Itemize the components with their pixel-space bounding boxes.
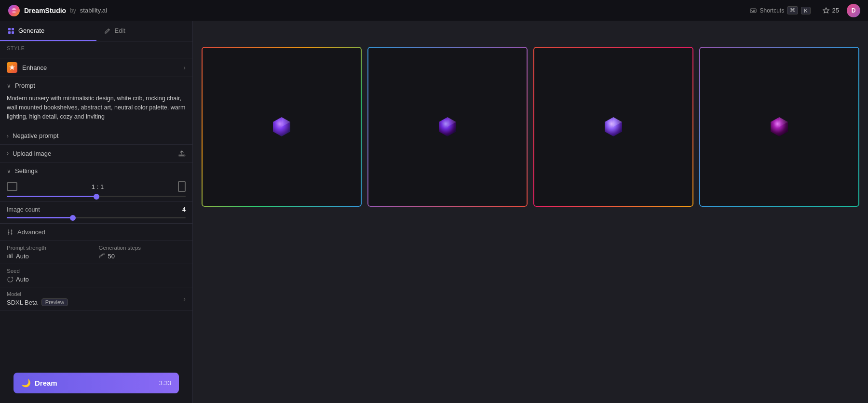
svg-rect-23 xyxy=(12,254,13,258)
dream-button-container: 🌙 Dream 3.33 xyxy=(0,363,192,403)
shortcuts-button[interactable]: Shortcuts ⌘ K xyxy=(746,4,814,16)
kbd-cmd: ⌘ xyxy=(787,6,798,14)
upload-chevron: › xyxy=(7,150,9,157)
model-selector[interactable]: Model SDXL Beta Preview › xyxy=(0,287,192,310)
neg-prompt-chevron: › xyxy=(7,133,9,139)
generation-steps-value: 50 xyxy=(99,253,186,260)
svg-marker-28 xyxy=(448,117,456,127)
generation-steps-item: Generation steps 50 xyxy=(99,245,186,260)
user-avatar[interactable]: D xyxy=(847,4,860,17)
svg-point-13 xyxy=(11,230,13,231)
model-badge: Preview xyxy=(41,298,68,306)
strength-steps-row: Prompt strength Auto Generation steps xyxy=(0,241,192,264)
prompt-label: Prompt xyxy=(15,82,35,89)
moon-icon: 🌙 xyxy=(21,378,31,388)
prompt-strength-value: Auto xyxy=(7,253,94,260)
aspect-ratio-section: 1 : 1 xyxy=(0,177,192,202)
svg-rect-20 xyxy=(7,255,8,258)
svg-rect-10 xyxy=(12,31,14,34)
svg-rect-3 xyxy=(753,10,754,11)
prompt-strength-item: Prompt strength Auto xyxy=(7,245,94,260)
svg-marker-33 xyxy=(771,117,788,136)
generated-image-3[interactable] xyxy=(534,48,692,206)
svg-marker-29 xyxy=(439,117,448,127)
ratio-label: 1 : 1 xyxy=(92,183,104,190)
prompt-chevron: ∨ xyxy=(7,82,11,89)
ratio-controls: 1 : 1 xyxy=(7,181,186,192)
steps-icon xyxy=(99,253,106,260)
tab-edit[interactable]: Edit xyxy=(96,21,193,41)
svg-rect-5 xyxy=(752,11,755,12)
style-chevron: › xyxy=(183,64,186,71)
advanced-icon xyxy=(7,229,14,236)
generate-tab-label: Generate xyxy=(18,27,44,34)
seed-val: Auto xyxy=(16,276,29,283)
aspect-ratio-thumb[interactable] xyxy=(94,194,99,200)
gem-orb-4 xyxy=(767,114,792,139)
svg-rect-22 xyxy=(10,255,11,258)
svg-rect-9 xyxy=(8,31,11,34)
image-count-thumb[interactable] xyxy=(70,215,76,221)
aspect-ratio-fill xyxy=(7,196,96,197)
style-enhance-label: Enhance xyxy=(22,64,47,71)
count-header: Image count 4 xyxy=(7,206,186,213)
gem-orb-1 xyxy=(269,114,294,139)
negative-prompt-header[interactable]: › Negative prompt xyxy=(0,127,192,145)
seed-icon xyxy=(7,276,14,283)
app-header: DreamStudio by stability.ai Shortcuts ⌘ … xyxy=(0,0,868,21)
style-enhance-left: Enhance xyxy=(7,62,47,73)
stability-brand: stability.ai xyxy=(80,7,107,14)
dream-button[interactable]: 🌙 Dream 3.33 xyxy=(14,373,179,393)
upload-icon xyxy=(178,149,186,157)
model-chevron: › xyxy=(183,295,186,303)
svg-rect-7 xyxy=(8,28,11,30)
settings-label: Settings xyxy=(15,167,38,175)
style-left: Style xyxy=(7,45,25,54)
model-name: SDXL Beta xyxy=(7,299,38,306)
style-enhance-row[interactable]: Enhance › xyxy=(0,58,192,77)
generated-image-4[interactable] xyxy=(700,48,858,206)
tab-generate[interactable]: Generate xyxy=(0,21,96,41)
image-count-section: Image count 4 xyxy=(0,202,192,224)
negative-prompt-label: Negative prompt xyxy=(13,132,58,139)
header-right: Shortcuts ⌘ K 25 D xyxy=(746,4,860,17)
settings-header[interactable]: ∨ Settings xyxy=(0,162,192,177)
main-layout: Generate Edit Style xyxy=(0,21,868,403)
count-value: 4 xyxy=(182,206,186,213)
dream-label: Dream xyxy=(35,379,57,387)
prompt-text[interactable]: Modern nursery with minimalistic design,… xyxy=(0,94,192,127)
edit-tab-label: Edit xyxy=(115,27,125,34)
prompt-section: ∨ Prompt Modern nursery with minimalisti… xyxy=(0,77,192,127)
app-name: DreamStudio xyxy=(24,7,66,14)
enhance-style-icon xyxy=(9,64,15,71)
settings-chevron: ∨ xyxy=(7,168,11,175)
advanced-section[interactable]: Advanced xyxy=(0,224,192,241)
generated-image-2[interactable] xyxy=(368,48,527,206)
image-count-fill xyxy=(7,217,73,218)
style-section-label: Style xyxy=(7,45,25,51)
upload-label: Upload image xyxy=(13,150,51,157)
dream-cost: 3.33 xyxy=(159,379,171,387)
svg-rect-2 xyxy=(751,10,752,11)
aspect-ratio-slider[interactable] xyxy=(7,196,186,197)
upload-image-row[interactable]: › Upload image xyxy=(0,145,192,162)
shortcuts-label: Shortcuts xyxy=(760,7,784,14)
enhance-icon xyxy=(7,62,17,73)
model-value: SDXL Beta Preview xyxy=(7,298,68,306)
header-left: DreamStudio by stability.ai xyxy=(8,4,107,17)
seed-section: Seed Auto xyxy=(0,264,192,287)
generated-image-1[interactable] xyxy=(203,48,361,206)
svg-marker-34 xyxy=(779,117,788,127)
edit-icon xyxy=(104,27,111,34)
keyboard-icon xyxy=(750,7,757,14)
sidebar: Generate Edit Style xyxy=(0,21,193,403)
image-count-slider[interactable] xyxy=(7,217,186,218)
dreamstudio-logo xyxy=(8,4,20,17)
prompt-header[interactable]: ∨ Prompt xyxy=(0,77,192,94)
style-selector[interactable]: Style xyxy=(0,41,192,58)
svg-point-14 xyxy=(11,233,13,234)
model-info: Model SDXL Beta Preview xyxy=(7,291,68,306)
advanced-label: Advanced xyxy=(17,228,45,236)
svg-point-0 xyxy=(8,5,20,16)
generation-steps-val: 50 xyxy=(108,253,115,260)
